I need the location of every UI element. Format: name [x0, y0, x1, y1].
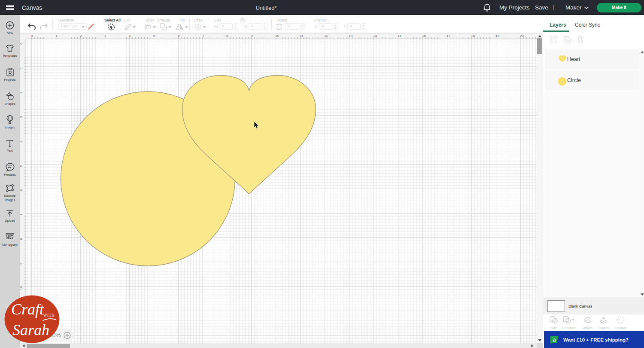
svg-text:Sarah: Sarah [12, 321, 49, 339]
svg-text:WITH: WITH [43, 313, 55, 317]
svg-text:Craft: Craft [11, 301, 44, 318]
svg-text:a: a [553, 336, 556, 343]
